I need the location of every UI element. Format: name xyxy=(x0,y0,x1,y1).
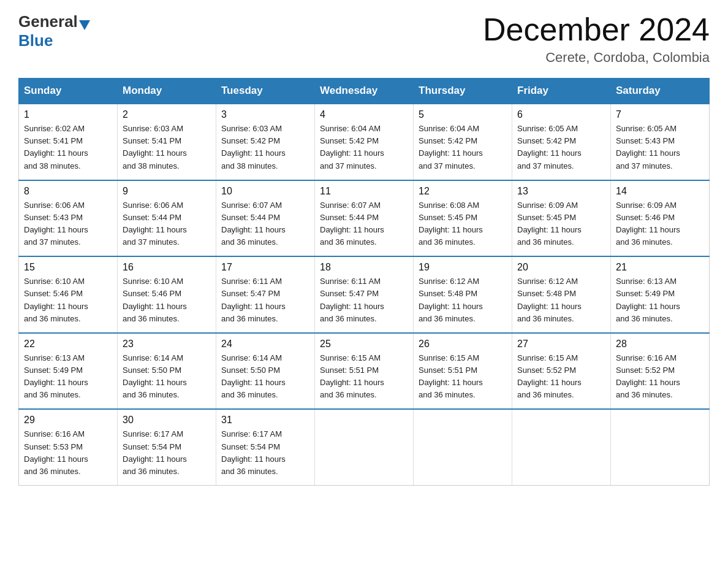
day-info: Sunrise: 6:15 AMSunset: 5:52 PMDaylight:… xyxy=(517,352,605,402)
table-row: 31 Sunrise: 6:17 AMSunset: 5:54 PMDaylig… xyxy=(216,409,315,485)
day-info: Sunrise: 6:16 AMSunset: 5:52 PMDaylight:… xyxy=(616,352,704,402)
day-number: 26 xyxy=(419,339,507,350)
day-number: 13 xyxy=(517,186,605,197)
table-row: 6 Sunrise: 6:05 AMSunset: 5:42 PMDayligh… xyxy=(512,104,611,180)
day-number: 15 xyxy=(24,262,112,273)
logo-general: General xyxy=(18,12,78,31)
table-row: 8 Sunrise: 6:06 AMSunset: 5:43 PMDayligh… xyxy=(19,180,118,257)
calendar-table: Sunday Monday Tuesday Wednesday Thursday… xyxy=(18,78,710,486)
table-row: 23 Sunrise: 6:14 AMSunset: 5:50 PMDaylig… xyxy=(118,333,216,410)
day-number: 21 xyxy=(616,262,704,273)
day-info: Sunrise: 6:06 AMSunset: 5:43 PMDaylight:… xyxy=(24,199,112,249)
table-row: 12 Sunrise: 6:08 AMSunset: 5:45 PMDaylig… xyxy=(414,180,512,257)
day-info: Sunrise: 6:13 AMSunset: 5:49 PMDaylight:… xyxy=(24,352,112,402)
day-number: 29 xyxy=(24,415,112,426)
day-number: 16 xyxy=(123,262,211,273)
table-row: 11 Sunrise: 6:07 AMSunset: 5:44 PMDaylig… xyxy=(315,180,414,257)
table-row: 22 Sunrise: 6:13 AMSunset: 5:49 PMDaylig… xyxy=(19,333,118,410)
table-row: 7 Sunrise: 6:05 AMSunset: 5:43 PMDayligh… xyxy=(611,104,710,180)
day-number: 14 xyxy=(616,186,704,197)
day-number: 20 xyxy=(517,262,605,273)
table-row: 16 Sunrise: 6:10 AMSunset: 5:46 PMDaylig… xyxy=(118,256,216,333)
logo-blue: Blue xyxy=(18,31,53,50)
table-row xyxy=(611,409,710,485)
day-info: Sunrise: 6:09 AMSunset: 5:46 PMDaylight:… xyxy=(616,199,704,249)
day-number: 9 xyxy=(123,186,211,197)
table-row xyxy=(414,409,512,485)
day-info: Sunrise: 6:11 AMSunset: 5:47 PMDaylight:… xyxy=(320,275,408,325)
location-subtitle: Cerete, Cordoba, Colombia xyxy=(483,50,710,66)
day-info: Sunrise: 6:07 AMSunset: 5:44 PMDaylight:… xyxy=(221,199,309,249)
title-block: December 2024 Cerete, Cordoba, Colombia xyxy=(483,12,710,66)
day-info: Sunrise: 6:14 AMSunset: 5:50 PMDaylight:… xyxy=(123,352,211,402)
day-info: Sunrise: 6:09 AMSunset: 5:45 PMDaylight:… xyxy=(517,199,605,249)
day-info: Sunrise: 6:10 AMSunset: 5:46 PMDaylight:… xyxy=(123,275,211,325)
day-info: Sunrise: 6:03 AMSunset: 5:41 PMDaylight:… xyxy=(123,123,211,172)
header-thursday: Thursday xyxy=(414,79,512,104)
header-wednesday: Wednesday xyxy=(315,79,414,104)
day-info: Sunrise: 6:12 AMSunset: 5:48 PMDaylight:… xyxy=(517,275,605,325)
header-sunday: Sunday xyxy=(19,79,118,104)
day-info: Sunrise: 6:17 AMSunset: 5:54 PMDaylight:… xyxy=(123,428,211,478)
day-info: Sunrise: 6:13 AMSunset: 5:49 PMDaylight:… xyxy=(616,275,704,325)
table-row: 9 Sunrise: 6:06 AMSunset: 5:44 PMDayligh… xyxy=(118,180,216,257)
table-row xyxy=(315,409,414,485)
table-row: 20 Sunrise: 6:12 AMSunset: 5:48 PMDaylig… xyxy=(512,256,611,333)
day-info: Sunrise: 6:04 AMSunset: 5:42 PMDaylight:… xyxy=(320,123,408,172)
table-row: 17 Sunrise: 6:11 AMSunset: 5:47 PMDaylig… xyxy=(216,256,315,333)
day-number: 24 xyxy=(221,339,309,350)
day-number: 3 xyxy=(221,109,309,120)
day-number: 18 xyxy=(320,262,408,273)
table-row: 21 Sunrise: 6:13 AMSunset: 5:49 PMDaylig… xyxy=(611,256,710,333)
day-info: Sunrise: 6:05 AMSunset: 5:42 PMDaylight:… xyxy=(517,123,605,172)
day-number: 7 xyxy=(616,109,704,120)
day-number: 1 xyxy=(24,109,112,120)
page-header: General Blue December 2024 Cerete, Cordo… xyxy=(18,12,710,66)
calendar-week-row: 22 Sunrise: 6:13 AMSunset: 5:49 PMDaylig… xyxy=(19,333,710,410)
day-number: 2 xyxy=(123,109,211,120)
table-row: 25 Sunrise: 6:15 AMSunset: 5:51 PMDaylig… xyxy=(315,333,414,410)
table-row xyxy=(512,409,611,485)
header-monday: Monday xyxy=(118,79,216,104)
table-row: 18 Sunrise: 6:11 AMSunset: 5:47 PMDaylig… xyxy=(315,256,414,333)
svg-marker-0 xyxy=(79,20,90,30)
table-row: 1 Sunrise: 6:02 AMSunset: 5:41 PMDayligh… xyxy=(19,104,118,180)
table-row: 13 Sunrise: 6:09 AMSunset: 5:45 PMDaylig… xyxy=(512,180,611,257)
table-row: 28 Sunrise: 6:16 AMSunset: 5:52 PMDaylig… xyxy=(611,333,710,410)
day-number: 6 xyxy=(517,109,605,120)
table-row: 29 Sunrise: 6:16 AMSunset: 5:53 PMDaylig… xyxy=(19,409,118,485)
day-info: Sunrise: 6:15 AMSunset: 5:51 PMDaylight:… xyxy=(419,352,507,402)
day-number: 19 xyxy=(419,262,507,273)
calendar-header-row: Sunday Monday Tuesday Wednesday Thursday… xyxy=(19,79,710,104)
table-row: 26 Sunrise: 6:15 AMSunset: 5:51 PMDaylig… xyxy=(414,333,512,410)
day-info: Sunrise: 6:06 AMSunset: 5:44 PMDaylight:… xyxy=(123,199,211,249)
day-info: Sunrise: 6:02 AMSunset: 5:41 PMDaylight:… xyxy=(24,123,112,172)
table-row: 27 Sunrise: 6:15 AMSunset: 5:52 PMDaylig… xyxy=(512,333,611,410)
day-info: Sunrise: 6:16 AMSunset: 5:53 PMDaylight:… xyxy=(24,428,112,478)
day-number: 5 xyxy=(419,109,507,120)
day-number: 23 xyxy=(123,339,211,350)
day-info: Sunrise: 6:08 AMSunset: 5:45 PMDaylight:… xyxy=(419,199,507,249)
table-row: 2 Sunrise: 6:03 AMSunset: 5:41 PMDayligh… xyxy=(118,104,216,180)
day-info: Sunrise: 6:12 AMSunset: 5:48 PMDaylight:… xyxy=(419,275,507,325)
table-row: 4 Sunrise: 6:04 AMSunset: 5:42 PMDayligh… xyxy=(315,104,414,180)
day-number: 28 xyxy=(616,339,704,350)
calendar-week-row: 1 Sunrise: 6:02 AMSunset: 5:41 PMDayligh… xyxy=(19,104,710,180)
day-number: 11 xyxy=(320,186,408,197)
day-number: 25 xyxy=(320,339,408,350)
header-saturday: Saturday xyxy=(611,79,710,104)
day-number: 12 xyxy=(419,186,507,197)
header-friday: Friday xyxy=(512,79,611,104)
table-row: 10 Sunrise: 6:07 AMSunset: 5:44 PMDaylig… xyxy=(216,180,315,257)
table-row: 24 Sunrise: 6:14 AMSunset: 5:50 PMDaylig… xyxy=(216,333,315,410)
day-info: Sunrise: 6:04 AMSunset: 5:42 PMDaylight:… xyxy=(419,123,507,172)
day-number: 17 xyxy=(221,262,309,273)
table-row: 30 Sunrise: 6:17 AMSunset: 5:54 PMDaylig… xyxy=(118,409,216,485)
day-info: Sunrise: 6:07 AMSunset: 5:44 PMDaylight:… xyxy=(320,199,408,249)
logo: General Blue xyxy=(18,12,90,50)
day-number: 4 xyxy=(320,109,408,120)
calendar-week-row: 8 Sunrise: 6:06 AMSunset: 5:43 PMDayligh… xyxy=(19,180,710,257)
table-row: 5 Sunrise: 6:04 AMSunset: 5:42 PMDayligh… xyxy=(414,104,512,180)
day-info: Sunrise: 6:05 AMSunset: 5:43 PMDaylight:… xyxy=(616,123,704,172)
day-info: Sunrise: 6:10 AMSunset: 5:46 PMDaylight:… xyxy=(24,275,112,325)
